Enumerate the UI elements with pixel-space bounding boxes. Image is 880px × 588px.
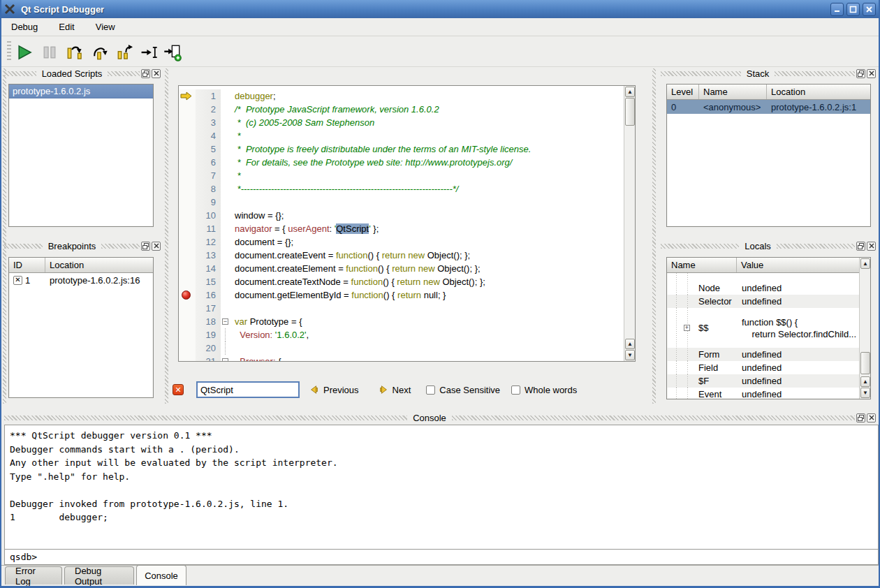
editor-line[interactable]: 10 window = {}; — [179, 209, 624, 222]
code-text[interactable]: document.createTextNode = function() { r… — [232, 275, 624, 288]
fold-column[interactable] — [221, 129, 232, 142]
stack-table[interactable]: Level Name Location 0 <anonymous> protot… — [666, 84, 871, 227]
fold-column[interactable]: − — [221, 315, 232, 328]
editor-marker-margin[interactable] — [179, 355, 196, 362]
console-input[interactable]: qsdb> — [4, 549, 879, 565]
locals-row[interactable]: Selector undefined — [667, 295, 870, 308]
menu-edit[interactable]: Edit — [57, 20, 75, 34]
editor-marker-margin[interactable] — [179, 262, 196, 275]
code-text[interactable]: var Prototype = { — [232, 315, 624, 328]
fold-column[interactable] — [221, 116, 232, 129]
locals-row[interactable]: Form undefined — [667, 348, 870, 361]
locals-header[interactable]: Name Value — [667, 258, 870, 273]
editor-marker-margin[interactable] — [179, 288, 196, 302]
fold-column[interactable] — [221, 169, 232, 182]
find-next-button[interactable]: Next — [379, 385, 411, 395]
code-text[interactable]: document.createEvent = function() { retu… — [232, 249, 624, 262]
locals-row[interactable]: Event undefined — [667, 388, 870, 399]
fold-column[interactable] — [221, 182, 232, 196]
editor-line[interactable]: 7 * — [179, 169, 624, 182]
editor-line[interactable]: 8 *-------------------------------------… — [179, 182, 624, 196]
editor-marker-margin[interactable] — [179, 169, 196, 182]
editor-line[interactable]: 17 — [179, 302, 624, 315]
editor-marker-margin[interactable] — [179, 209, 196, 222]
close-icon[interactable] — [867, 242, 876, 251]
editor-marker-margin[interactable] — [179, 235, 196, 249]
stack-titlebar[interactable]: Stack — [661, 67, 879, 80]
find-close-button[interactable]: ✕ — [173, 384, 184, 395]
code-text[interactable] — [232, 196, 624, 209]
breakpoint-enabled-checkbox[interactable]: ✕ — [13, 276, 22, 285]
editor-line[interactable]: 2 /* Prototype JavaScript framework, ver… — [179, 103, 624, 116]
close-icon[interactable] — [867, 413, 876, 422]
editor-line[interactable]: 12 document = {}; — [179, 235, 624, 249]
editor-marker-margin[interactable] — [179, 156, 196, 169]
loaded-scripts-list[interactable]: prototype-1.6.0.2.js — [8, 84, 154, 227]
step-into-button[interactable] — [66, 43, 84, 61]
editor-line[interactable]: 14 document.createElement = function() {… — [179, 262, 624, 275]
close-button[interactable] — [863, 3, 876, 16]
editor-line[interactable]: 15 document.createTextNode = function() … — [179, 275, 624, 288]
breakpoint-dot-icon[interactable] — [182, 291, 191, 300]
loaded-scripts-titlebar[interactable]: Loaded Scripts — [4, 67, 163, 80]
scrollbar-thumb[interactable] — [625, 98, 635, 126]
tab-debug-output[interactable]: Debug Output — [64, 566, 134, 585]
editor-line[interactable]: 1 debugger; — [179, 89, 624, 103]
float-icon[interactable] — [856, 69, 865, 78]
splitter-editor-right[interactable] — [652, 68, 656, 404]
column-header[interactable]: ID — [9, 258, 45, 272]
find-input[interactable] — [196, 381, 300, 398]
code-text[interactable] — [232, 302, 624, 315]
code-text[interactable]: * Prototype is freely distributable unde… — [232, 142, 624, 156]
fold-column[interactable] — [221, 249, 232, 262]
fold-column[interactable] — [221, 209, 232, 222]
editor-marker-margin[interactable] — [179, 116, 196, 129]
list-item[interactable]: prototype-1.6.0.2.js — [9, 84, 153, 98]
column-header[interactable]: Location — [767, 84, 870, 99]
editor-line[interactable]: 4 * — [179, 129, 624, 142]
code-editor[interactable]: 1 debugger; 2 /* Prototype JavaScript fr… — [178, 85, 636, 362]
editor-marker-margin[interactable] — [179, 341, 196, 355]
editor-line[interactable]: 18 − var Prototype = { — [179, 315, 624, 328]
tab-console[interactable]: Console — [136, 565, 186, 585]
scroll-up-icon[interactable]: ▲ — [625, 339, 635, 349]
fold-column[interactable] — [221, 235, 232, 249]
close-icon[interactable] — [867, 69, 876, 78]
breakpoints-titlebar[interactable]: Breakpoints — [4, 240, 163, 252]
fold-column[interactable] — [221, 103, 232, 116]
tab-error-log[interactable]: Error Log — [5, 566, 62, 585]
scroll-up-icon[interactable]: ▲ — [860, 258, 870, 269]
code-text[interactable]: document = {}; — [232, 235, 624, 249]
fold-column[interactable] — [221, 196, 232, 209]
scrollbar-thumb[interactable] — [860, 352, 870, 374]
editor-line[interactable]: 13 document.createEvent = function() { r… — [179, 249, 624, 262]
editor-marker-margin[interactable] — [179, 103, 196, 116]
editor-marker-margin[interactable] — [179, 302, 196, 315]
editor-marker-margin[interactable] — [179, 249, 196, 262]
float-icon[interactable] — [856, 242, 865, 251]
editor-marker-margin[interactable] — [179, 89, 196, 103]
code-text[interactable]: /* Prototype JavaScript framework, versi… — [232, 103, 624, 116]
locals-row[interactable]: Field undefined — [667, 361, 870, 374]
float-icon[interactable] — [856, 413, 865, 422]
float-icon[interactable] — [141, 242, 150, 251]
locals-titlebar[interactable]: Locals — [661, 240, 879, 252]
editor-line[interactable]: 19 Version: '1.6.0.2', — [179, 328, 624, 341]
editor-line[interactable]: 16 document.getElementById = function() … — [179, 288, 624, 302]
locals-tree[interactable]: Name Value Node undefined Selector undef… — [666, 257, 871, 399]
step-out-button[interactable] — [116, 43, 134, 61]
scroll-up-icon[interactable]: ▲ — [625, 87, 635, 97]
editor-line[interactable]: 5 * Prototype is freely distributable un… — [179, 142, 624, 156]
continue-button[interactable] — [15, 43, 34, 61]
run-to-new-script-button[interactable] — [163, 43, 182, 61]
code-text[interactable]: Browser: { — [232, 355, 624, 362]
fold-marker-icon[interactable]: − — [222, 318, 228, 325]
editor-marker-margin[interactable] — [179, 222, 196, 235]
fold-column[interactable] — [221, 341, 232, 355]
editor-vertical-scrollbar[interactable]: ▲ ▲ ▼ — [624, 86, 635, 361]
whole-words-checkbox[interactable]: Whole words — [511, 385, 577, 395]
column-header[interactable]: Level — [667, 84, 699, 99]
dock-splitter-left[interactable] — [3, 68, 6, 404]
table-row[interactable]: ✕1 prototype-1.6.0.2.js:16 — [9, 273, 153, 287]
editor-line[interactable]: 6 * For details, see the Prototype web s… — [179, 156, 624, 169]
